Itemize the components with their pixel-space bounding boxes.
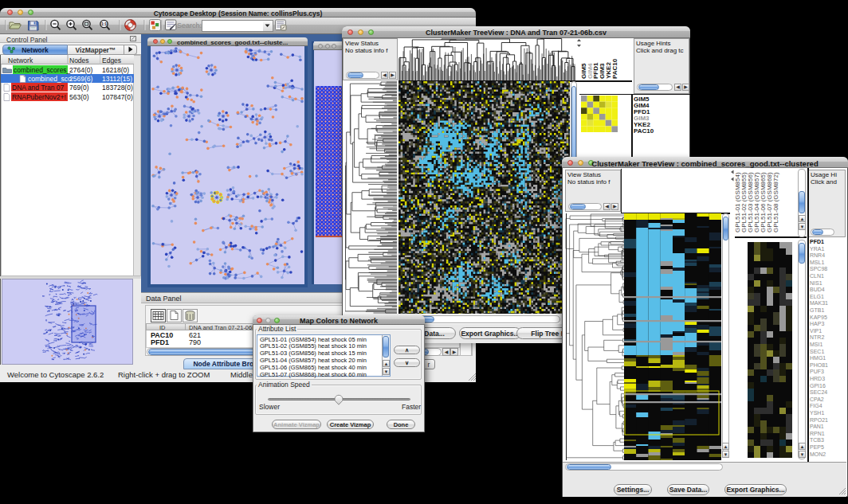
svg-text:1:1: 1:1 xyxy=(101,21,107,26)
